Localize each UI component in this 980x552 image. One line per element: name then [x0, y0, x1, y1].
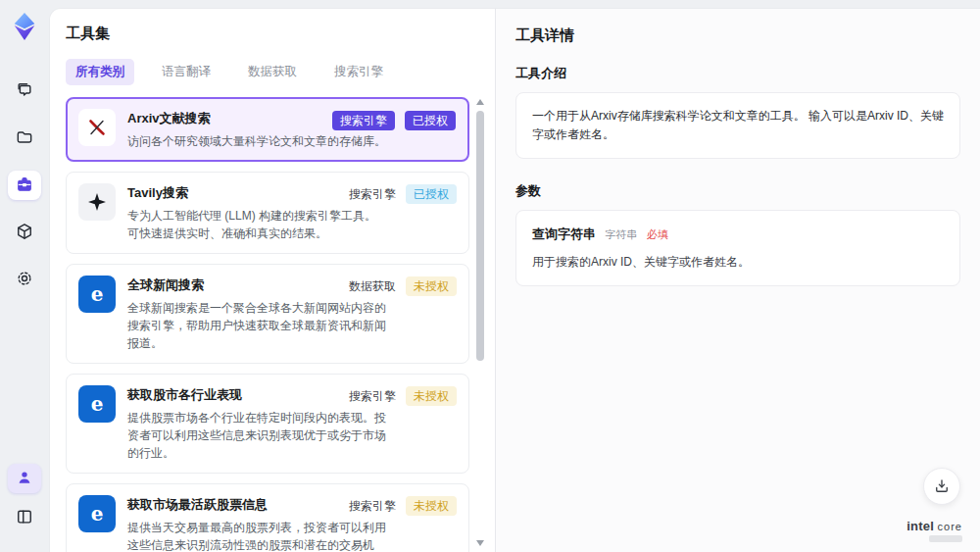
intro-heading: 工具介绍 [515, 65, 960, 82]
param-box: 查询字符串 字符串 必填 用于搜索的Arxiv ID、关键字或作者姓名。 [515, 210, 960, 286]
tab-语言翻译[interactable]: 语言翻译 [152, 59, 220, 85]
tool-card[interactable]: Arxiv文献搜索访问各个研究领域大量科学论文和文章的存储库。搜索引擎已授权 [66, 97, 469, 162]
detail-title: 工具详情 [515, 26, 960, 45]
tab-数据获取[interactable]: 数据获取 [238, 59, 307, 85]
param-header: 查询字符串 字符串 必填 [532, 225, 944, 245]
tool-tags: 搜索引擎未授权 [349, 496, 457, 516]
folder-icon [15, 127, 34, 150]
category-tabs: 所有类别语言翻译数据获取搜索引擎 [66, 59, 485, 85]
cube-icon [15, 222, 34, 244]
arxiv-icon [78, 109, 116, 146]
sidebar-item-chat[interactable] [8, 76, 41, 106]
intro-box: 一个用于从Arxiv存储库搜索科学论文和文章的工具。 输入可以是Arxiv ID… [515, 92, 960, 159]
core-logo-text: core [938, 521, 962, 532]
tool-list-pane: 工具集 所有类别语言翻译数据获取搜索引擎 Arxiv文献搜索访问各个研究领域大量… [49, 8, 495, 552]
app-window: 工具集 所有类别语言翻译数据获取搜索引擎 Arxiv文献搜索访问各个研究领域大量… [0, 0, 980, 552]
intel-logo-sub-badge [929, 535, 962, 542]
tool-auth-status-badge: 已授权 [405, 111, 456, 130]
news-blue-icon: e [78, 276, 116, 313]
tool-detail-pane: 工具详情 工具介绍 一个用于从Arxiv存储库搜索科学论文和文章的工具。 输入可… [495, 8, 980, 552]
tab-搜索引擎[interactable]: 搜索引擎 [324, 59, 393, 85]
param-required-badge: 必填 [647, 228, 668, 240]
toolbox-icon [15, 175, 34, 197]
scrollbar-thumb[interactable] [476, 111, 484, 361]
tool-description: 专为人工智能代理 (LLM) 构建的搜索引擎工具。可快速提供实时、准确和真实的结… [127, 207, 386, 242]
tool-list: Arxiv文献搜索访问各个研究领域大量科学论文和文章的存储库。搜索引擎已授权Ta… [66, 97, 485, 552]
tab-所有类别[interactable]: 所有类别 [66, 59, 134, 85]
tool-auth-status-badge: 未授权 [406, 386, 457, 406]
page-title: 工具集 [66, 25, 485, 43]
tool-description: 访问各个研究领域大量科学论文和文章的存储库。 [127, 132, 386, 150]
sidebar-bottom-nav [8, 464, 41, 542]
tool-card[interactable]: Tavily搜索专为人工智能代理 (LLM) 构建的搜索引擎工具。可快速提供实时… [66, 172, 469, 254]
download-button[interactable] [923, 468, 960, 505]
user-icon [15, 468, 34, 490]
tool-auth-status-badge: 已授权 [406, 184, 457, 204]
intel-core-logo: intel core [906, 519, 962, 542]
tool-category-tag: 搜索引擎 [332, 111, 395, 130]
tool-tags: 搜索引擎未授权 [349, 386, 457, 406]
tool-category-tag: 搜索引擎 [349, 186, 396, 203]
settings-icon [15, 269, 34, 291]
chat-icon [15, 80, 34, 103]
scroll-up-arrow-icon[interactable] [476, 99, 484, 105]
sidebar-item-user[interactable] [8, 464, 41, 493]
param-desc: 用于搜索的Arxiv ID、关键字或作者姓名。 [532, 253, 944, 272]
tool-auth-status-badge: 未授权 [406, 496, 457, 516]
tool-description: 提供股票市场各个行业在特定时间段内的表现。投资者可以利用这些信息来识别表现优于或… [127, 409, 386, 462]
tool-category-tag: 搜索引擎 [349, 388, 396, 405]
tool-card[interactable]: e获取股市各行业表现提供股票市场各个行业在特定时间段内的表现。投资者可以利用这些… [66, 374, 469, 474]
intel-logo-text: intel [906, 519, 934, 533]
tool-description: 全球新闻搜索是一个聚合全球各大新闻网站内容的搜索引擎，帮助用户快速获取全球最新资… [127, 299, 386, 352]
app-logo-icon[interactable] [10, 12, 39, 41]
sidebar-item-panel[interactable] [8, 503, 41, 532]
panel-icon [15, 507, 34, 529]
tool-tags: 搜索引擎已授权 [349, 184, 457, 204]
tool-card[interactable]: e获取市场最活跃股票信息提供当天交易量最高的股票列表，投资者可以利用这些信息来识… [66, 483, 469, 552]
tool-description: 提供当天交易量最高的股票列表，投资者可以利用这些信息来识别流动性强的股票和潜在的… [127, 519, 386, 552]
sidebar-nav [8, 76, 41, 312]
sidebar-item-folder[interactable] [8, 124, 41, 153]
download-icon [933, 477, 951, 495]
sparkle-icon [78, 183, 116, 221]
news-blue-icon: e [78, 495, 116, 532]
param-name: 查询字符串 [532, 226, 596, 241]
tool-auth-status-badge: 未授权 [406, 276, 457, 296]
sidebar-item-cube[interactable] [8, 218, 41, 247]
scrollbar[interactable] [475, 99, 485, 546]
news-blue-icon: e [78, 385, 116, 423]
scroll-down-arrow-icon[interactable] [476, 540, 484, 546]
tool-tags: 搜索引擎已授权 [332, 111, 456, 130]
param-type: 字符串 [605, 228, 637, 240]
tool-tags: 数据获取未授权 [349, 276, 457, 296]
tool-category-tag: 搜索引擎 [349, 498, 396, 515]
intro-text: 一个用于从Arxiv存储库搜索科学论文和文章的工具。 输入可以是Arxiv ID… [532, 109, 944, 141]
tool-card[interactable]: e全球新闻搜索全球新闻搜索是一个聚合全球各大新闻网站内容的搜索引擎，帮助用户快速… [66, 264, 469, 364]
main-area: 工具集 所有类别语言翻译数据获取搜索引擎 Arxiv文献搜索访问各个研究领域大量… [49, 8, 980, 552]
sidebar [0, 0, 49, 552]
sidebar-item-settings[interactable] [8, 265, 41, 294]
sidebar-item-toolbox[interactable] [8, 171, 41, 200]
params-heading: 参数 [515, 182, 960, 200]
tool-category-tag: 数据获取 [349, 278, 396, 295]
